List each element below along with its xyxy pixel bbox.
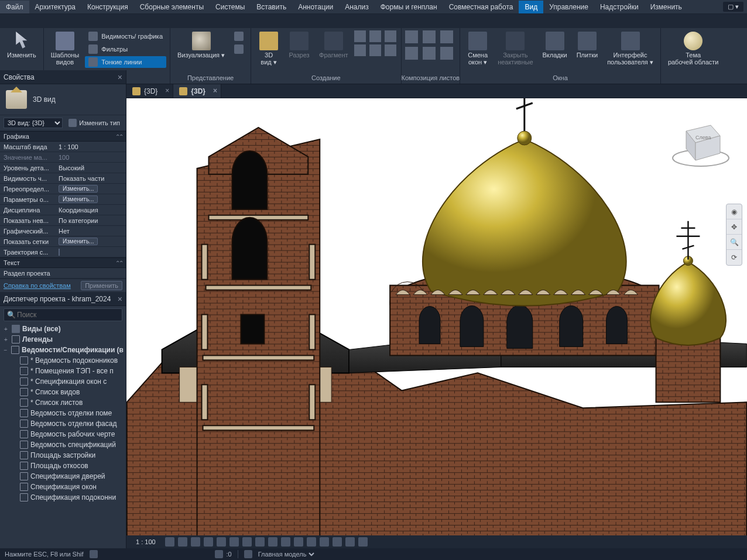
edit-type-button[interactable]: Изменить тип bbox=[66, 118, 122, 128]
menu-изменить[interactable]: Изменить bbox=[645, 1, 688, 13]
prop-row[interactable]: Переопредел...Изменить... bbox=[0, 184, 126, 194]
status-icon-1[interactable] bbox=[90, 550, 98, 558]
elevation-icon[interactable] bbox=[369, 30, 381, 42]
tree-node[interactable]: −Ведомости/Спецификации (в bbox=[0, 345, 126, 355]
tile-button[interactable]: Плитки bbox=[573, 30, 601, 60]
close-browser-button[interactable]: × bbox=[118, 294, 122, 304]
main-model-select[interactable]: Главная модель bbox=[256, 550, 316, 558]
visibility-graphics-button[interactable]: Видимость/ графика bbox=[85, 30, 166, 42]
prop-category[interactable]: Текст⌃⌃ bbox=[0, 257, 126, 268]
render-button[interactable]: Визуализация ▾ bbox=[174, 30, 228, 60]
duplicate-icon[interactable] bbox=[369, 44, 381, 56]
modify-button[interactable]: Изменить bbox=[4, 30, 40, 60]
revision-icon[interactable] bbox=[440, 30, 453, 43]
prop-category[interactable]: Графика⌃⌃ bbox=[0, 131, 126, 142]
switch-windows-button[interactable]: Смена окон ▾ bbox=[464, 30, 492, 67]
legend-icon[interactable] bbox=[354, 44, 366, 56]
prop-row[interactable]: Графический...Нет bbox=[0, 226, 126, 236]
prop-row[interactable]: Масштаб вида1 : 100 bbox=[0, 142, 126, 152]
workset-icon[interactable] bbox=[281, 537, 290, 547]
view-tab[interactable]: {3D}× bbox=[126, 84, 173, 98]
shadow-icon[interactable] bbox=[204, 537, 213, 547]
tree-node[interactable]: Ведомость спецификаций bbox=[0, 439, 126, 450]
search-input[interactable] bbox=[4, 308, 122, 321]
guide-grid-icon[interactable] bbox=[405, 47, 418, 60]
render-icon[interactable] bbox=[217, 537, 226, 547]
prop-row[interactable]: Показать нев...По категории bbox=[0, 215, 126, 226]
prop-row[interactable]: Показать сеткиИзменить... bbox=[0, 236, 126, 247]
prop-row[interactable]: Параметры о...Изменить... bbox=[0, 194, 126, 205]
filters-button[interactable]: Фильтры bbox=[85, 43, 166, 55]
tree-node[interactable]: Спецификация дверей bbox=[0, 471, 126, 482]
prop-row[interactable]: ДисциплинаКоординация bbox=[0, 205, 126, 215]
ui-button[interactable]: Интерфейс пользователя ▾ bbox=[604, 30, 657, 67]
prop-edit-button[interactable]: Изменить... bbox=[59, 195, 98, 203]
sun-icon[interactable] bbox=[191, 537, 200, 547]
tree-node[interactable]: Ведомость отделки фасад bbox=[0, 418, 126, 429]
expand-toggle[interactable]: − bbox=[2, 347, 9, 353]
v3-icon[interactable] bbox=[358, 537, 368, 547]
menu-надстройки[interactable]: Надстройки bbox=[594, 1, 645, 13]
properties-help-link[interactable]: Справка по свойствам bbox=[4, 282, 71, 289]
crop-icon[interactable] bbox=[229, 537, 239, 547]
tabs-button[interactable]: Вкладки bbox=[539, 30, 571, 60]
thin-lines-button[interactable]: Тонкие линии bbox=[85, 56, 166, 68]
menu-архитектура[interactable]: Архитектура bbox=[29, 1, 82, 13]
menu-сборные элементы[interactable]: Сборные элементы bbox=[134, 1, 210, 13]
tree-node[interactable]: * Список листов bbox=[0, 397, 126, 408]
tree-node[interactable]: Спецификация окон bbox=[0, 482, 126, 492]
close-properties-button[interactable]: × bbox=[118, 73, 122, 82]
orbit-button[interactable]: ⟳ bbox=[727, 250, 742, 265]
v1-icon[interactable] bbox=[333, 537, 342, 547]
zoom-button[interactable]: 🔍 bbox=[727, 235, 742, 250]
view-cube[interactable]: Слева bbox=[669, 110, 733, 174]
menu-анализ[interactable]: Анализ bbox=[339, 1, 375, 13]
drafting-icon[interactable] bbox=[385, 30, 396, 42]
prop-row[interactable]: Уровень дета...Высокий bbox=[0, 163, 126, 173]
close-tab-button[interactable]: × bbox=[165, 87, 169, 95]
theme-button[interactable]: Тема рабочей области bbox=[664, 30, 722, 67]
scale-display[interactable]: 1 : 100 bbox=[131, 538, 160, 545]
tree-node[interactable]: * Список видов bbox=[0, 387, 126, 397]
titleblock-icon[interactable] bbox=[423, 30, 436, 43]
matchline-icon[interactable] bbox=[423, 47, 436, 60]
workset-icon[interactable] bbox=[244, 550, 252, 558]
type-selector[interactable]: 3D вид bbox=[0, 84, 126, 115]
tree-node[interactable]: * Ведомость подоконников bbox=[0, 355, 126, 366]
tree-node[interactable]: Ведомость рабочих черте bbox=[0, 429, 126, 439]
viewport-3d[interactable]: Слева ◉ ✥ 🔍 ⟳ 1 : 100 bbox=[126, 98, 747, 548]
cropvis-icon[interactable] bbox=[242, 537, 252, 547]
hide-icon[interactable] bbox=[255, 537, 265, 547]
link-icon[interactable] bbox=[320, 537, 329, 547]
tree-node[interactable]: +Легенды bbox=[0, 334, 126, 345]
prop-row[interactable]: Видимость ч...Показать части bbox=[0, 173, 126, 184]
render-cloud-button[interactable] bbox=[231, 30, 247, 42]
full-nav-wheel-button[interactable]: ◉ bbox=[727, 204, 742, 219]
prop-edit-button[interactable]: Изменить... bbox=[59, 238, 98, 245]
instance-selector[interactable]: 3D вид: {3D} bbox=[4, 118, 63, 128]
close-tab-button[interactable]: × bbox=[213, 87, 217, 95]
sheet-icon[interactable] bbox=[405, 30, 418, 43]
tree-node[interactable]: Спецификация подоконни bbox=[0, 492, 126, 503]
menu-системы[interactable]: Системы bbox=[210, 1, 251, 13]
view-templates-button[interactable]: Шаблоны видов bbox=[47, 30, 83, 67]
tree-node[interactable]: Площадь застройки bbox=[0, 450, 126, 461]
overflow-menu[interactable]: ▢ ▾ bbox=[723, 2, 743, 12]
prop-row[interactable]: Раздел проекта bbox=[0, 268, 126, 279]
prop-edit-button[interactable]: Изменить... bbox=[59, 185, 98, 193]
menu-вставить[interactable]: Вставить bbox=[251, 1, 292, 13]
tree-node[interactable]: * Спецификация окон с bbox=[0, 376, 126, 387]
menu-управление[interactable]: Управление bbox=[543, 1, 594, 13]
menu-формы и генплан[interactable]: Формы и генплан bbox=[375, 1, 443, 13]
tree-node[interactable]: Площадь откосов bbox=[0, 461, 126, 471]
3d-view-button[interactable]: 3D вид ▾ bbox=[255, 30, 283, 67]
prop-checkbox[interactable] bbox=[59, 249, 60, 256]
analytic-icon[interactable] bbox=[307, 537, 316, 547]
prop-row[interactable]: Траектория с... bbox=[0, 247, 126, 257]
v2-icon[interactable] bbox=[345, 537, 355, 547]
view-tab[interactable]: {3D}× bbox=[173, 84, 221, 98]
render-gallery-button[interactable] bbox=[231, 43, 247, 55]
viewref-icon[interactable] bbox=[440, 47, 453, 60]
temp-icon[interactable] bbox=[294, 537, 303, 547]
menu-совместная работа[interactable]: Совместная работа bbox=[443, 1, 519, 13]
